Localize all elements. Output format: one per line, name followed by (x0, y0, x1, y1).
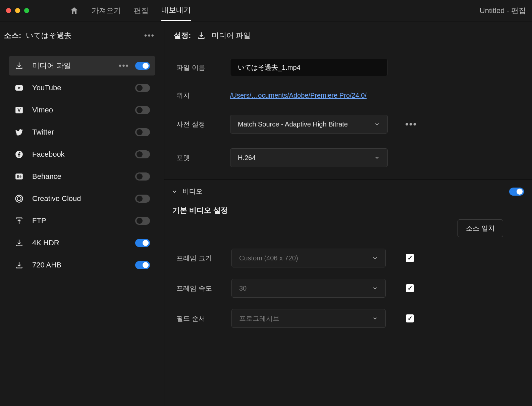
video-setting-select: 30 (231, 279, 386, 298)
destination-label: 미디어 파일 (32, 61, 71, 71)
settings-panel: 설정: 미디어 파일 파일 이름 위치 /Users/…ocuments/Ado… (164, 21, 532, 406)
destination-item-4k-hdr[interactable]: 4K HDR (9, 233, 155, 253)
destination-item-ftp[interactable]: FTP (9, 211, 155, 231)
chevron-down-icon (372, 315, 378, 321)
destination-label: 4K HDR (32, 239, 59, 247)
video-setting-value: Custom (406 x 720) (239, 254, 298, 262)
home-icon[interactable] (69, 6, 79, 15)
destination-label: Behance (32, 172, 61, 181)
destination-list: 미디어 파일•••YouTubeVVimeoTwitterFacebookBēB… (0, 50, 164, 275)
destination-toggle[interactable] (135, 217, 150, 225)
destination-toggle[interactable] (135, 239, 150, 247)
location-link[interactable]: /Users/…ocuments/Adobe/Premiere Pro/24.0… (230, 92, 367, 99)
settings-header: 설정: 미디어 파일 (164, 21, 532, 50)
preset-more-icon[interactable]: ••• (405, 119, 417, 130)
destination-item-creative-cloud[interactable]: Creative Cloud (9, 189, 155, 208)
destination-toggle[interactable] (135, 84, 150, 92)
vimeo-icon: V (14, 105, 24, 115)
chevron-down-icon (374, 155, 380, 161)
location-row: 위치 /Users/…ocuments/Adobe/Premiere Pro/2… (176, 91, 520, 100)
cc-icon (14, 194, 24, 204)
match-source-checkbox[interactable] (406, 284, 414, 292)
destination-toggle[interactable] (135, 172, 150, 181)
tab-edit[interactable]: 편집 (134, 0, 149, 21)
window-controls (6, 8, 29, 13)
destination-item-youtube[interactable]: YouTube (9, 78, 155, 98)
svg-text:Bē: Bē (17, 174, 21, 179)
svg-point-6 (16, 195, 23, 202)
preset-row: 사전 설정 Match Source - Adaptive High Bitra… (176, 115, 520, 134)
settings-name: 미디어 파일 (212, 31, 251, 41)
video-setting-value: 프로그레시브 (239, 314, 279, 323)
preset-value: Match Source - Adaptive High Bitrate (238, 120, 348, 128)
video-setting-row: 프레임 크기Custom (406 x 720) (176, 249, 524, 267)
minimize-window-icon[interactable] (15, 8, 20, 13)
video-setting-label: 필드 순서 (176, 314, 221, 323)
destination-toggle[interactable] (135, 128, 150, 136)
destination-item-720-ahb[interactable]: 720 AHB (9, 255, 155, 275)
tab-import[interactable]: 가져오기 (92, 0, 121, 21)
download-icon (14, 238, 24, 248)
destination-label: Facebook (32, 150, 65, 159)
destination-label: Vimeo (32, 106, 53, 114)
chevron-down-icon (171, 188, 178, 195)
destination-more-icon[interactable]: ••• (119, 61, 129, 70)
match-source-checkbox[interactable] (406, 314, 414, 322)
video-setting-select: Custom (406 x 720) (231, 249, 386, 267)
video-setting-label: 프레임 크기 (176, 254, 221, 263)
filename-input[interactable] (230, 59, 388, 76)
video-setting-value: 30 (239, 285, 247, 292)
chevron-down-icon (374, 121, 380, 127)
video-section: 비디오 기본 비디오 설정 소스 일치 프레임 크기Custom (406 x … (164, 180, 532, 340)
destination-item-behance[interactable]: BēBehance (9, 167, 155, 186)
source-more-icon[interactable]: ••• (144, 31, 155, 40)
filename-row: 파일 이름 (176, 59, 520, 76)
preset-label: 사전 설정 (176, 120, 220, 129)
titlebar: 가져오기 편집 내보내기 Untitled - 편집 (0, 0, 532, 21)
download-icon (14, 260, 24, 270)
source-label: 소스: (4, 31, 21, 41)
facebook-icon (14, 149, 24, 159)
destination-toggle[interactable] (135, 195, 150, 203)
video-section-title: 비디오 (182, 187, 203, 196)
download-icon (14, 61, 24, 71)
destination-item-twitter[interactable]: Twitter (9, 122, 155, 142)
source-name: いてはそ過去 (26, 31, 71, 41)
destination-label: FTP (32, 216, 46, 225)
chevron-down-icon (372, 285, 378, 291)
upload-icon (14, 216, 24, 226)
destination-label: YouTube (32, 84, 61, 92)
destination-toggle[interactable] (135, 261, 150, 269)
behance-icon: Bē (14, 171, 24, 182)
destination-item-facebook[interactable]: Facebook (9, 145, 155, 164)
youtube-icon (14, 83, 24, 93)
destination-item-media-file[interactable]: 미디어 파일••• (9, 56, 155, 75)
document-title: Untitled - 편집 (480, 6, 526, 16)
destination-toggle[interactable] (135, 62, 150, 70)
match-source-checkbox[interactable] (406, 254, 414, 262)
video-form: 프레임 크기Custom (406 x 720)프레임 속도30필드 순서프로그… (171, 237, 524, 328)
format-label: 포맷 (176, 153, 220, 162)
svg-point-7 (17, 197, 21, 201)
video-section-toggle[interactable] (509, 188, 524, 196)
preset-select[interactable]: Match Source - Adaptive High Bitrate (230, 115, 388, 134)
destinations-panel: 소스: いてはそ過去 ••• 미디어 파일•••YouTubeVVimeoTwi… (0, 21, 164, 406)
destination-item-vimeo[interactable]: VVimeo (9, 100, 155, 120)
format-select[interactable]: H.264 (230, 148, 388, 167)
settings-label: 설정: (174, 31, 191, 41)
video-subtitle: 기본 비디오 설정 (171, 196, 524, 219)
svg-text:V: V (17, 107, 21, 113)
location-label: 위치 (176, 91, 220, 100)
video-setting-row: 필드 순서프로그레시브 (176, 309, 524, 328)
match-source-button[interactable]: 소스 일치 (458, 219, 503, 237)
destination-label: Creative Cloud (32, 194, 81, 203)
format-value: H.264 (238, 154, 256, 162)
destination-toggle[interactable] (135, 106, 150, 114)
close-window-icon[interactable] (6, 8, 11, 13)
chevron-down-icon (372, 255, 378, 261)
video-section-header[interactable]: 비디오 (171, 187, 524, 196)
destination-label: Twitter (32, 128, 54, 137)
maximize-window-icon[interactable] (24, 8, 29, 13)
tab-export[interactable]: 내보내기 (161, 0, 191, 21)
destination-toggle[interactable] (135, 150, 150, 158)
